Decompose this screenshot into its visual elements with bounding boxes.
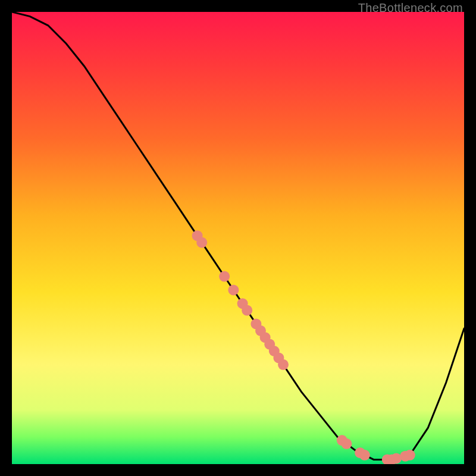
data-point bbox=[341, 439, 352, 449]
data-point bbox=[196, 237, 207, 248]
data-point bbox=[278, 359, 289, 370]
data-point bbox=[242, 305, 252, 316]
data-point bbox=[219, 271, 230, 282]
bottleneck-curve-svg bbox=[12, 12, 464, 464]
bottleneck-curve bbox=[12, 12, 464, 459]
watermark-text: TheBottleneck.com bbox=[358, 1, 463, 15]
data-point bbox=[359, 450, 370, 461]
data-point bbox=[228, 284, 239, 295]
chart-frame: TheBottleneck.com bbox=[0, 0, 476, 476]
data-point bbox=[405, 450, 415, 461]
data-point bbox=[391, 453, 402, 464]
plot-area bbox=[12, 12, 464, 464]
